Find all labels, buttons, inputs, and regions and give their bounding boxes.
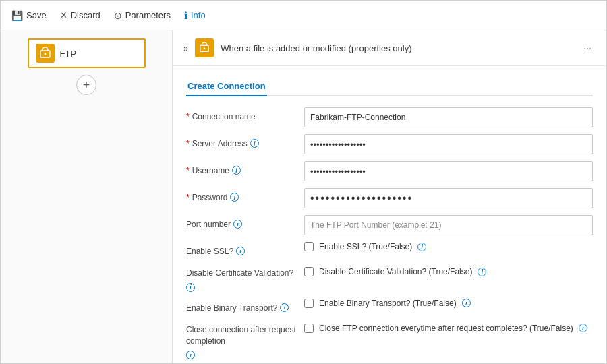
toolbar: Save Discard Parameters Info (1, 1, 606, 30)
enable-ssl-checkbox[interactable] (304, 242, 314, 251)
close-conn-checkbox-label: Close FTP connection everytime after req… (319, 324, 573, 333)
server-address-field (304, 134, 593, 154)
enable-binary-checkbox[interactable] (304, 299, 314, 308)
parameters-button[interactable]: Parameters (114, 10, 171, 21)
cert-info-icon[interactable]: i (186, 283, 195, 292)
main-content: FTP When a file is added or modified (pr… (1, 30, 606, 363)
username-field (304, 161, 593, 181)
save-button[interactable]: Save (11, 10, 47, 21)
server-address-input[interactable] (304, 134, 593, 154)
password-input[interactable] (304, 188, 593, 208)
add-step-button[interactable] (76, 75, 96, 95)
port-number-row: Port number i (186, 215, 593, 235)
required-star-3: * (186, 166, 190, 175)
tab-create-connection[interactable]: Create Connection (186, 77, 267, 96)
ftp-label: FTP (60, 49, 77, 59)
username-row: * Username i (186, 161, 593, 181)
svg-point-1 (44, 53, 46, 55)
parameters-icon (114, 10, 122, 21)
disable-cert-label: Disable Certificate Validation? i (186, 263, 304, 292)
collapse-icon[interactable] (183, 43, 188, 53)
password-label: * Password i (186, 188, 304, 202)
close-conn-checkbox-info-icon[interactable]: i (579, 324, 587, 332)
enable-ssl-row: Enable SSL? i Enable SSL? (True/False) i (186, 242, 593, 256)
save-icon (11, 10, 23, 21)
cert-checkbox-info-icon[interactable]: i (478, 268, 486, 276)
enable-binary-label: Enable Binary Transport? i (186, 299, 304, 313)
discard-label: Discard (71, 10, 100, 20)
ssl-info-icon[interactable]: i (236, 247, 245, 255)
plus-icon (83, 78, 90, 92)
ftp-node[interactable]: FTP (28, 38, 146, 68)
password-field (304, 188, 593, 208)
connection-name-row: * Connection name (186, 107, 593, 127)
binary-info-icon[interactable]: i (280, 303, 289, 312)
right-panel: When a file is added or modified (proper… (173, 30, 606, 363)
username-input[interactable] (304, 161, 593, 181)
enable-binary-field: Enable Binary Transport? (True/False) i (304, 299, 593, 308)
close-conn-row: Close connection after request completio… (186, 320, 593, 360)
close-conn-checkbox[interactable] (304, 324, 314, 333)
disable-cert-row: Disable Certificate Validation? i Disabl… (186, 263, 593, 292)
left-panel: FTP (1, 30, 173, 363)
required-star: * (186, 112, 190, 121)
info-button[interactable]: Info (184, 10, 206, 21)
binary-checkbox-info-icon[interactable]: i (462, 299, 471, 307)
action-title: When a file is added or modified (proper… (221, 43, 573, 53)
port-number-input[interactable] (304, 215, 593, 235)
discard-button[interactable]: Discard (60, 10, 100, 20)
form-container: Create Connection * Connection name (173, 66, 606, 363)
action-header: When a file is added or modified (proper… (173, 30, 606, 66)
save-label: Save (26, 10, 47, 20)
action-icon (195, 38, 214, 57)
disable-cert-checkbox[interactable] (304, 267, 314, 276)
ftp-icon (36, 44, 55, 63)
username-info-icon[interactable]: i (232, 166, 241, 175)
password-info-icon[interactable]: i (230, 193, 239, 202)
connection-name-field (304, 107, 593, 127)
required-star-2: * (186, 139, 190, 148)
enable-ssl-field: Enable SSL? (True/False) i (304, 242, 593, 251)
svg-point-3 (204, 48, 206, 50)
connection-name-input[interactable] (304, 107, 593, 127)
server-address-row: * Server Address i (186, 134, 593, 154)
discard-icon (60, 10, 67, 20)
tab-bar: Create Connection (186, 77, 593, 96)
port-info-icon[interactable]: i (233, 220, 242, 229)
close-conn-info-icon[interactable]: i (186, 351, 195, 359)
connection-name-label: * Connection name (186, 107, 304, 121)
enable-ssl-checkbox-label: Enable SSL? (True/False) (319, 242, 412, 251)
more-options-button[interactable] (579, 40, 596, 55)
port-number-field (304, 215, 593, 235)
info-icon (184, 10, 187, 21)
server-address-label: * Server Address i (186, 134, 304, 148)
disable-cert-checkbox-label: Disable Certificate Validation? (True/Fa… (319, 267, 472, 276)
parameters-label: Parameters (125, 10, 171, 20)
disable-cert-field: Disable Certificate Validation? (True/Fa… (304, 263, 593, 276)
ssl-checkbox-info-icon[interactable]: i (417, 243, 426, 251)
close-conn-field: Close FTP connection everytime after req… (304, 320, 593, 333)
server-address-info-icon[interactable]: i (250, 139, 259, 148)
username-label: * Username i (186, 161, 304, 175)
close-conn-label: Close connection after request completio… (186, 320, 304, 360)
port-number-label: Port number i (186, 215, 304, 229)
enable-binary-checkbox-label: Enable Binary Transport? (True/False) (319, 299, 457, 308)
enable-ssl-label: Enable SSL? i (186, 242, 304, 256)
info-label: Info (191, 10, 206, 20)
enable-binary-row: Enable Binary Transport? i Enable Binary… (186, 299, 593, 313)
required-star-4: * (186, 193, 190, 202)
password-row: * Password i (186, 188, 593, 208)
